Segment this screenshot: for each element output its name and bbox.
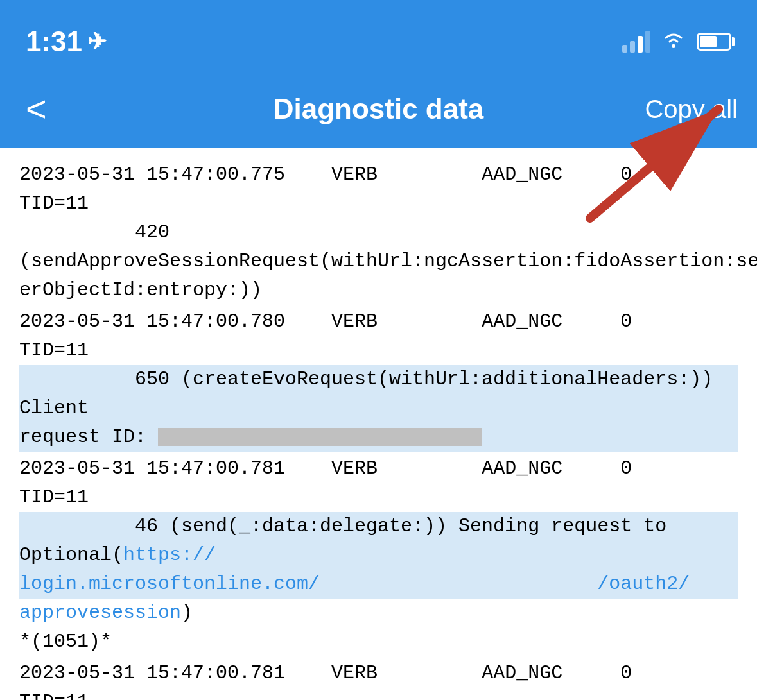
signal-icon [622,31,650,53]
log-level: VERB [331,311,378,332]
log-message-link: login.microsoftonline.com/ /oauth2/ [19,570,738,599]
log-message: 650 (createEvoRequest(withUrl:additional… [19,365,738,423]
log-timestamp: 2023-05-31 15:47:00.775 [19,164,285,185]
log-header: 2023-05-31 15:47:00.781 VERB AAD_NGC 0 T… [19,659,738,700]
log-header: 2023-05-31 15:47:00.781 VERB AAD_NGC 0 T… [19,454,738,512]
log-link[interactable]: login.microsoftonline.com/ [19,573,320,595]
log-message: (sendApproveSessionRequest(withUrl:ngcAs… [19,247,738,276]
log-component: AAD_NGC [482,164,562,185]
log-message-redacted: request ID: [19,423,738,452]
log-message: 46 (send(_:data:delegate:)) Sending requ… [19,512,738,570]
log-extra: *(1051)* [19,627,738,656]
log-component: AAD_NGC [482,311,562,332]
status-bar: 1:31 ✈ [0,0,757,71]
log-timestamp: 2023-05-31 15:47:00.781 [19,457,285,479]
log-code: 0 [620,662,632,684]
redacted-value [158,428,482,446]
log-tid: TID=11 [19,339,89,361]
list-item: 2023-05-31 15:47:00.780 VERB AAD_NGC 0 T… [19,307,738,452]
list-item: 2023-05-31 15:47:00.781 VERB AAD_NGC 0 T… [19,454,738,656]
nav-bar: < Diagnostic data Copy all [0,71,757,148]
log-level: VERB [331,457,378,479]
log-tid: TID=11 [19,486,89,508]
wifi-icon [661,28,686,55]
page-title: Diagnostic data [274,93,484,125]
list-item: 2023-05-31 15:47:00.781 VERB AAD_NGC 0 T… [19,659,738,700]
log-code: 0 [620,164,632,185]
time-display: 1:31 [26,26,82,58]
log-message-end: approvesession) [19,599,738,627]
log-level: VERB [331,164,378,185]
log-link[interactable]: approvesession [19,602,181,624]
log-code: 0 [620,311,632,332]
log-header: 2023-05-31 15:47:00.775 VERB AAD_NGC 0 T… [19,160,738,218]
list-item: 2023-05-31 15:47:00.775 VERB AAD_NGC 0 T… [19,160,738,305]
log-timestamp: 2023-05-31 15:47:00.780 [19,311,285,332]
log-link[interactable]: https:// [123,544,216,566]
copy-all-button[interactable]: Copy all [645,95,738,124]
back-button[interactable]: < [19,85,53,133]
log-content: 2023-05-31 15:47:00.775 VERB AAD_NGC 0 T… [0,148,757,700]
location-icon: ✈ [87,28,107,55]
log-message-cont: erObjectId:entropy:)) [19,276,738,305]
log-code: 0 [620,457,632,479]
log-tid: TID=11 [19,192,89,214]
status-time: 1:31 ✈ [26,26,107,58]
log-header: 2023-05-31 15:47:00.780 VERB AAD_NGC 0 T… [19,307,738,365]
svg-point-0 [672,44,675,48]
log-component: AAD_NGC [482,662,562,684]
log-tid: TID=11 [19,691,89,700]
status-icons [622,28,731,55]
log-continuation: 420 [19,218,738,247]
log-level: VERB [331,662,378,684]
log-timestamp: 2023-05-31 15:47:00.781 [19,662,285,684]
battery-icon [697,33,731,51]
log-component: AAD_NGC [482,457,562,479]
log-link[interactable]: /oauth2/ [597,573,690,595]
